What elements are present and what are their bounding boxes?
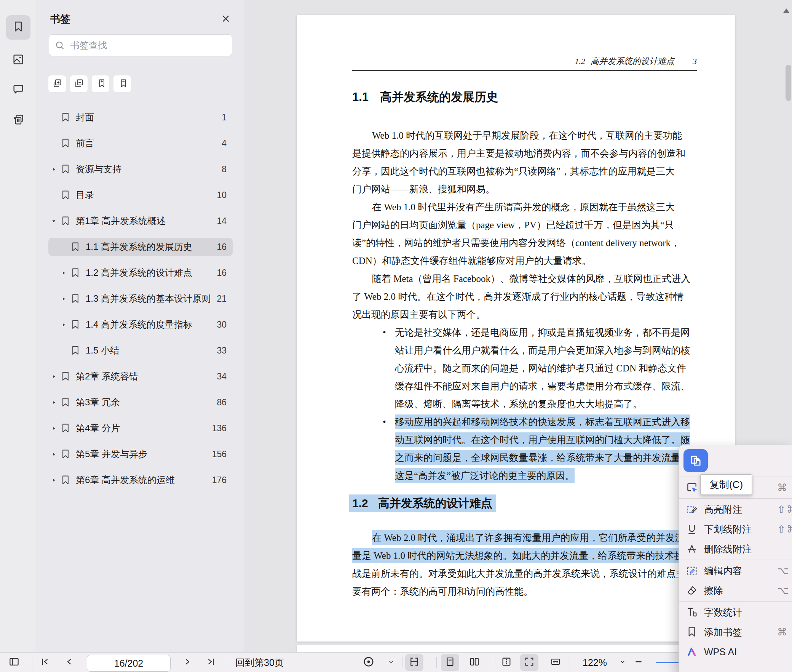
menu-item-highlight[interactable]: 高亮附注⇧⌘ — [679, 499, 792, 519]
fit-width-button[interactable] — [546, 654, 565, 671]
actual-size-button[interactable] — [520, 654, 538, 671]
bookmark-item[interactable]: 目录10 — [48, 186, 233, 204]
view-mode-button[interactable] — [362, 656, 375, 669]
bookmark-flag-icon — [60, 138, 71, 149]
bookmark-item[interactable]: 资源与支持8 — [48, 160, 233, 178]
bookmark-item[interactable]: 1.1 高并发系统的发展历史16 — [48, 238, 233, 256]
next-page-button[interactable] — [182, 657, 193, 668]
menu-item-underline[interactable]: 下划线附注⇧⌘ — [679, 519, 792, 539]
disclosure-toggle-icon[interactable] — [61, 322, 70, 328]
menu-item-strikeout[interactable]: 删除线附注 — [679, 539, 792, 559]
copy-button[interactable] — [683, 449, 708, 472]
disclosure-toggle-icon[interactable] — [61, 270, 70, 276]
menu-item-shortcut: ⌥ — [777, 561, 790, 581]
document-text-line: CDN）和静态文件缓存组件就能够应对用户的大量请求。 — [352, 252, 697, 270]
document-text-line: 缓存组件不能应对来自用户的请求，需要考虑使用分布式缓存、限流、 — [352, 377, 697, 395]
bookmark-search[interactable] — [49, 34, 232, 56]
disclosure-toggle-icon[interactable] — [51, 166, 60, 172]
disclosure-toggle-icon[interactable] — [51, 425, 60, 431]
document-text-line: 动互联网的时代。在这个时代，用户使用互联网的门槛大大降低了。随 — [352, 431, 697, 449]
context-menu: ⌘高亮附注⇧⌘下划线附注⇧⌘删除线附注编辑内容⌥擦除⌥字数统计添加书签⌘WPS … — [679, 445, 792, 672]
bookmark-toolbar — [48, 75, 131, 92]
next-page-edge — [297, 645, 735, 652]
bookmark-flag-icon — [60, 371, 71, 382]
next-page-icon — [182, 656, 193, 669]
bookmark-item[interactable]: 第5章 并发与异步156 — [48, 445, 233, 463]
bookmark-item[interactable]: 1.5 小结33 — [48, 341, 233, 360]
disclosure-toggle-icon[interactable] — [51, 373, 60, 379]
bookmark-item[interactable]: 第6章 高并发系统的运维176 — [48, 471, 233, 489]
bookmark-item[interactable]: 第2章 系统容错34 — [48, 367, 233, 386]
view-mode-chevron[interactable] — [388, 659, 394, 666]
disclosure-toggle-icon[interactable] — [51, 477, 60, 483]
bookmark-item[interactable]: 封面1 — [48, 108, 233, 126]
menu-item-wordcount[interactable]: 字数统计 — [679, 602, 792, 622]
highlight-icon — [686, 503, 698, 515]
rail-bookmarks-button[interactable] — [6, 15, 30, 40]
page-number-input[interactable] — [87, 655, 171, 672]
rail-comments-button[interactable] — [6, 78, 30, 102]
disclosure-toggle-icon[interactable] — [51, 399, 60, 405]
bookmark-item[interactable]: 1.4 高并发系统的度量指标30 — [48, 315, 233, 334]
document-text-line: 要有两个：系统的高可用和访问的高性能。 — [352, 582, 697, 600]
fit-height-button[interactable] — [405, 654, 423, 671]
header-rule — [352, 70, 697, 71]
chevron-down-icon — [388, 658, 394, 667]
menu-item-shortcut: ⇧⌘ — [777, 519, 792, 539]
single-page-button[interactable] — [441, 654, 459, 671]
scroll-up-arrow[interactable] — [783, 8, 790, 13]
disclosure-spacer — [51, 140, 60, 146]
expand-all-button[interactable] — [48, 75, 66, 92]
document-text-line: 在 Web 2.0 时代，涌现出了许多拥有海量用户的应用，它们所承受的并发流 — [352, 529, 697, 547]
bookmark-item[interactable]: 前言4 — [48, 134, 233, 152]
bookmark-item[interactable]: 第4章 分片136 — [48, 419, 233, 437]
bookmark-label: 1.4 高并发系统的度量指标 — [86, 318, 192, 331]
bookmark-item[interactable]: 1.3 高并发系统的基本设计原则21 — [48, 290, 233, 308]
toggle-sidebar-button[interactable] — [8, 657, 20, 668]
zoom-out-button[interactable] — [634, 658, 644, 667]
last-page-button[interactable] — [206, 657, 216, 668]
zoom-chevron[interactable] — [619, 659, 626, 666]
scrollbar-thumb[interactable] — [786, 65, 791, 101]
first-page-button[interactable] — [40, 657, 50, 668]
document-text-line: 随着 Meta（曾用名 Facebook）、微博等社交媒体的风靡，互联网也正式进… — [352, 270, 697, 288]
bookmark-page-number: 4 — [222, 138, 233, 149]
bookmark-item[interactable]: 1.2 高并发系统的设计难点16 — [48, 264, 233, 282]
add-bookmark-button[interactable] — [92, 75, 109, 92]
menu-divider — [679, 560, 792, 560]
menu-item-label: 擦除 — [704, 584, 723, 597]
bookmark-flag-icon — [70, 267, 81, 278]
bookmark-search-input[interactable] — [70, 40, 227, 51]
disclosure-toggle-icon[interactable] — [61, 296, 70, 302]
document-text-line: 站让用户看什么用户就看什么，而是用户会更加深入地参与到网站的核 — [352, 341, 697, 359]
disclosure-toggle-icon[interactable] — [51, 451, 60, 457]
bookmark-label: 目录 — [76, 189, 94, 201]
running-header-number: 1.2 — [575, 56, 586, 66]
menu-item-wpsai[interactable]: WPS AI — [679, 642, 792, 662]
zoom-level[interactable]: 122% — [579, 653, 611, 672]
document-text: Web 1.0 时代的互联网处于早期发展阶段，在这个时代，互联网的主要功能是提供… — [352, 126, 697, 600]
disclosure-toggle-icon[interactable] — [51, 218, 60, 224]
back-to-page-link[interactable]: 回到第30页 — [235, 653, 284, 672]
bookmark-icon — [12, 20, 25, 35]
rail-export-notes-button[interactable] — [6, 108, 30, 133]
bookmark-item[interactable]: 第3章 冗余86 — [48, 393, 233, 411]
two-page-icon — [469, 656, 480, 669]
zoom-slider[interactable] — [656, 662, 682, 663]
previous-page-button[interactable] — [64, 657, 75, 668]
pdf-page: 1.2 高并发系统的设计难点 3 1.1高并发系统的发展历史 Web 1.0 时… — [297, 15, 735, 642]
rail-images-button[interactable] — [6, 48, 30, 72]
menu-item-edit[interactable]: 编辑内容⌥ — [679, 561, 792, 581]
document-text-line: 这是“高并发”被广泛讨论的更主要的原因。 — [352, 467, 697, 485]
bookmark-flag-icon — [70, 241, 81, 253]
remove-bookmark-button[interactable] — [113, 75, 131, 92]
menu-item-erase[interactable]: 擦除⌥ — [679, 581, 792, 600]
collapse-all-button[interactable] — [70, 75, 88, 92]
bookmark-item[interactable]: 第1章 高并发系统概述14 — [48, 212, 233, 230]
page-split-button[interactable] — [497, 654, 516, 671]
bookmark-label: 前言 — [76, 137, 94, 149]
two-page-button[interactable] — [465, 654, 484, 671]
bookmark-flag-icon — [60, 112, 71, 123]
menu-item-bookmark[interactable]: 添加书签⌘ — [679, 622, 792, 642]
close-panel-button[interactable] — [220, 13, 232, 24]
